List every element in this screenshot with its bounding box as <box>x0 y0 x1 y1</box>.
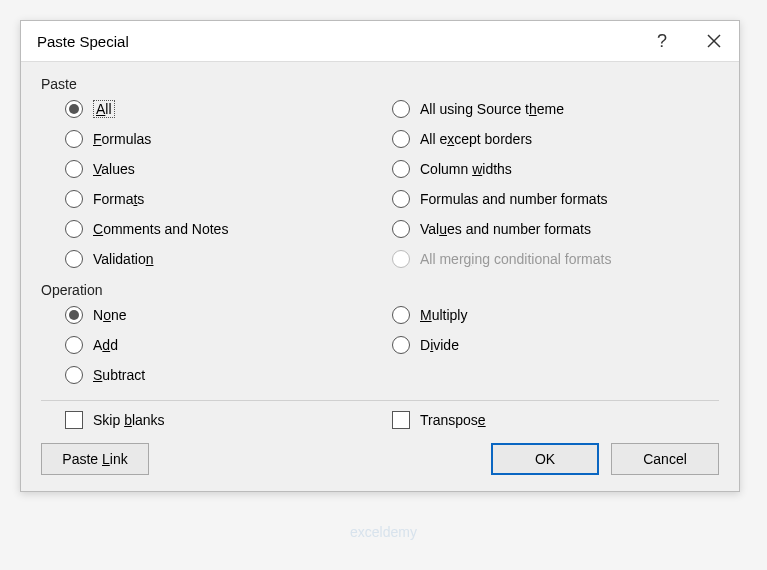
radio-icon <box>65 130 83 148</box>
check-row: Skip blanks Transpose <box>41 411 719 429</box>
radio-all-except-borders[interactable]: All except borders <box>392 130 719 148</box>
radio-icon <box>392 336 410 354</box>
radio-column-widths[interactable]: Column widths <box>392 160 719 178</box>
paste-section-label: Paste <box>41 76 719 92</box>
radio-formats[interactable]: Formats <box>65 190 392 208</box>
radio-merging-conditional: All merging conditional formats <box>392 250 719 268</box>
dialog-content: Paste AllFormulasValuesFormatsComments a… <box>21 62 739 491</box>
radio-label-merging-conditional: All merging conditional formats <box>420 251 611 267</box>
radio-values[interactable]: Values <box>65 160 392 178</box>
cancel-label: Cancel <box>643 451 687 467</box>
radio-formulas[interactable]: Formulas <box>65 130 392 148</box>
close-icon <box>707 34 721 48</box>
radio-label-none: None <box>93 307 127 323</box>
radio-values-number[interactable]: Values and number formats <box>392 220 719 238</box>
paste-special-dialog: Paste Special ? Paste AllFormulasValuesF… <box>20 20 740 492</box>
radio-divide[interactable]: Divide <box>392 336 719 354</box>
radio-label-all-except-borders: All except borders <box>420 131 532 147</box>
radio-label-multiply: Multiply <box>420 307 467 323</box>
cancel-button[interactable]: Cancel <box>611 443 719 475</box>
radio-add[interactable]: Add <box>65 336 392 354</box>
radio-all-source-theme[interactable]: All using Source theme <box>392 100 719 118</box>
dialog-title: Paste Special <box>37 33 129 50</box>
ok-label: OK <box>535 451 555 467</box>
button-row: Paste Link OK Cancel <box>41 443 719 475</box>
radio-label-all: All <box>93 100 115 118</box>
radio-label-validation: Validation <box>93 251 153 267</box>
radio-label-values-number: Values and number formats <box>420 221 591 237</box>
radio-label-divide: Divide <box>420 337 459 353</box>
radio-comments[interactable]: Comments and Notes <box>65 220 392 238</box>
radio-icon <box>65 100 83 118</box>
radio-icon <box>392 250 410 268</box>
radio-icon <box>392 130 410 148</box>
radio-icon <box>392 160 410 178</box>
radio-icon <box>392 190 410 208</box>
radio-label-formats: Formats <box>93 191 144 207</box>
radio-icon <box>65 220 83 238</box>
radio-icon <box>65 250 83 268</box>
operation-options: NoneAddSubtract MultiplyDivide <box>41 302 719 388</box>
radio-formulas-number[interactable]: Formulas and number formats <box>392 190 719 208</box>
radio-label-subtract: Subtract <box>93 367 145 383</box>
radio-none[interactable]: None <box>65 306 392 324</box>
radio-icon <box>392 220 410 238</box>
titlebar-buttons: ? <box>647 27 729 55</box>
transpose-label: Transpose <box>420 412 486 428</box>
radio-label-add: Add <box>93 337 118 353</box>
radio-multiply[interactable]: Multiply <box>392 306 719 324</box>
radio-validation[interactable]: Validation <box>65 250 392 268</box>
skip-blanks-label: Skip blanks <box>93 412 165 428</box>
radio-icon <box>65 366 83 384</box>
radio-label-column-widths: Column widths <box>420 161 512 177</box>
radio-all[interactable]: All <box>65 100 392 118</box>
radio-label-values: Values <box>93 161 135 177</box>
radio-label-all-source-theme: All using Source theme <box>420 101 564 117</box>
radio-label-comments: Comments and Notes <box>93 221 228 237</box>
ok-button[interactable]: OK <box>491 443 599 475</box>
paste-link-button[interactable]: Paste Link <box>41 443 149 475</box>
radio-icon <box>392 306 410 324</box>
radio-icon <box>65 160 83 178</box>
transpose-checkbox[interactable]: Transpose <box>392 411 719 429</box>
close-button[interactable] <box>699 27 729 55</box>
radio-subtract[interactable]: Subtract <box>65 366 392 384</box>
paste-options: AllFormulasValuesFormatsComments and Not… <box>41 96 719 272</box>
checkbox-icon <box>392 411 410 429</box>
skip-blanks-checkbox[interactable]: Skip blanks <box>65 411 392 429</box>
titlebar: Paste Special ? <box>21 21 739 62</box>
radio-icon <box>65 306 83 324</box>
radio-label-formulas: Formulas <box>93 131 151 147</box>
radio-icon <box>392 100 410 118</box>
radio-icon <box>65 190 83 208</box>
radio-label-formulas-number: Formulas and number formats <box>420 191 608 207</box>
radio-icon <box>65 336 83 354</box>
divider <box>41 400 719 401</box>
help-button[interactable]: ? <box>647 27 677 55</box>
paste-link-label: Paste Link <box>62 451 127 467</box>
checkbox-icon <box>65 411 83 429</box>
operation-section-label: Operation <box>41 282 719 298</box>
